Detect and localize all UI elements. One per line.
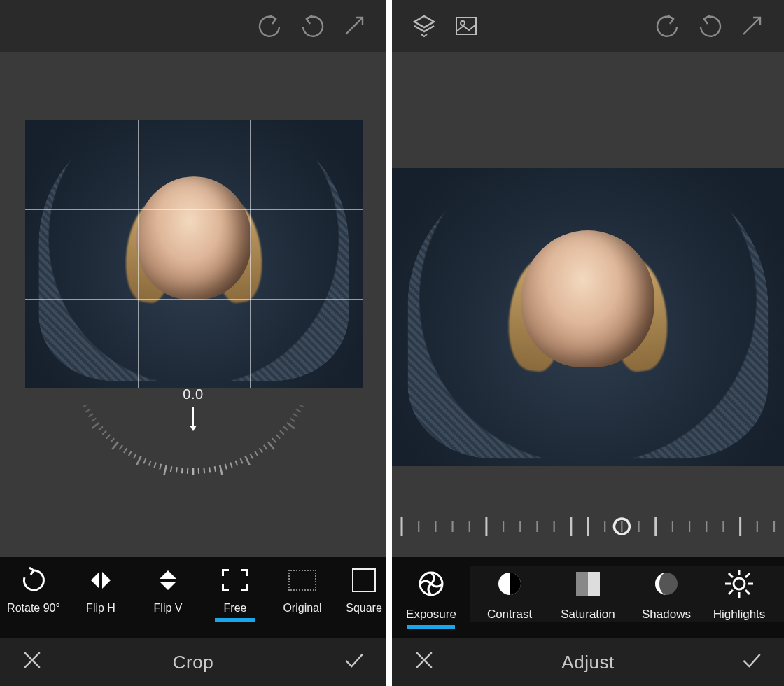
tool-label: Original bbox=[283, 602, 321, 615]
svg-line-10 bbox=[272, 438, 276, 442]
topbar-right bbox=[392, 0, 784, 52]
rotate-icon bbox=[19, 566, 48, 595]
tool-label: Highlights bbox=[713, 608, 766, 622]
svg-line-33 bbox=[154, 462, 155, 468]
contrast-icon bbox=[494, 568, 525, 599]
svg-line-29 bbox=[176, 467, 177, 472]
svg-rect-53 bbox=[456, 18, 476, 34]
flip-h-icon bbox=[86, 566, 115, 595]
svg-line-47 bbox=[92, 418, 97, 421]
tool-highlights[interactable]: Highlights bbox=[706, 566, 773, 622]
close-icon bbox=[412, 648, 437, 673]
adjust-toolrow: Exposure Contrast Saturation bbox=[392, 557, 784, 638]
svg-line-13 bbox=[260, 448, 262, 453]
adjust-screen: Exposure Contrast Saturation bbox=[392, 0, 784, 686]
svg-line-43 bbox=[106, 435, 111, 439]
tool-contrast[interactable]: Contrast bbox=[470, 566, 549, 622]
svg-line-34 bbox=[149, 461, 151, 465]
svg-line-18 bbox=[235, 461, 237, 465]
svg-line-37 bbox=[134, 454, 136, 458]
svg-line-89 bbox=[746, 573, 750, 578]
check-icon bbox=[342, 648, 367, 673]
svg-line-41 bbox=[112, 442, 118, 449]
svg-line-6 bbox=[287, 423, 295, 429]
crop-toolrow: Rotate 90° Flip H Flip V bbox=[0, 557, 386, 638]
undo-icon[interactable] bbox=[651, 9, 685, 43]
svg-line-4 bbox=[293, 414, 298, 416]
crop-photo[interactable] bbox=[25, 120, 363, 388]
svg-line-21 bbox=[220, 465, 222, 475]
crop-confirm-bar: Crop bbox=[0, 638, 386, 686]
svg-line-49 bbox=[85, 410, 90, 412]
portrait-image bbox=[392, 168, 784, 466]
original-aspect-icon bbox=[288, 566, 317, 595]
tool-label: Exposure bbox=[406, 608, 456, 622]
free-aspect-icon bbox=[220, 566, 250, 595]
svg-line-19 bbox=[230, 462, 232, 468]
highlights-icon bbox=[724, 568, 755, 599]
flip-v-icon bbox=[153, 566, 183, 595]
topbar-left bbox=[0, 0, 386, 52]
redo-icon[interactable] bbox=[295, 9, 329, 43]
tool-rotate90[interactable]: Rotate 90° bbox=[0, 566, 67, 615]
undo-icon[interactable] bbox=[253, 9, 287, 43]
shadows-icon bbox=[651, 568, 682, 599]
adjust-canvas[interactable] bbox=[392, 52, 784, 557]
expand-icon[interactable] bbox=[735, 9, 769, 43]
image-icon[interactable] bbox=[449, 9, 483, 43]
tool-exposure[interactable]: Exposure bbox=[392, 566, 470, 622]
tool-square[interactable]: Square bbox=[336, 566, 386, 615]
svg-line-48 bbox=[88, 414, 93, 416]
svg-line-22 bbox=[215, 466, 216, 472]
svg-line-8 bbox=[280, 430, 284, 434]
portrait-image bbox=[25, 120, 363, 388]
tool-flipv[interactable]: Flip V bbox=[134, 566, 202, 615]
rotation-value: 0.0 bbox=[67, 386, 319, 402]
layers-icon[interactable] bbox=[407, 9, 441, 43]
svg-line-17 bbox=[241, 458, 243, 463]
svg-line-20 bbox=[225, 464, 227, 470]
tool-free[interactable]: Free bbox=[202, 566, 269, 615]
tool-saturation[interactable]: Saturation bbox=[549, 566, 627, 622]
svg-line-5 bbox=[290, 418, 295, 421]
redo-icon[interactable] bbox=[693, 9, 727, 43]
exposure-icon bbox=[416, 568, 447, 599]
svg-line-24 bbox=[204, 468, 204, 473]
close-icon bbox=[20, 648, 45, 673]
svg-line-32 bbox=[160, 464, 161, 470]
svg-line-38 bbox=[129, 451, 132, 456]
tool-label: Rotate 90° bbox=[7, 602, 60, 615]
mode-title: Crop bbox=[45, 652, 342, 673]
svg-line-15 bbox=[250, 454, 253, 458]
expand-icon[interactable] bbox=[337, 9, 371, 43]
tool-original[interactable]: Original bbox=[269, 566, 336, 615]
tool-shadows[interactable]: Shadows bbox=[627, 566, 706, 622]
svg-line-36 bbox=[136, 456, 141, 465]
cancel-button[interactable] bbox=[20, 648, 45, 678]
svg-line-90 bbox=[729, 590, 733, 594]
tool-label: Saturation bbox=[561, 608, 615, 622]
confirm-button[interactable] bbox=[739, 648, 764, 678]
confirm-button[interactable] bbox=[342, 648, 367, 678]
crop-screen: 0.0 Rotate 90° Flip H bbox=[0, 0, 392, 686]
cancel-button[interactable] bbox=[412, 648, 437, 678]
adjust-confirm-bar: Adjust bbox=[392, 638, 784, 686]
dial-needle bbox=[192, 407, 194, 427]
svg-line-9 bbox=[276, 435, 281, 439]
svg-line-42 bbox=[111, 438, 114, 442]
adjust-slider[interactable] bbox=[392, 505, 784, 547]
tool-label: Flip H bbox=[86, 602, 115, 615]
svg-line-50 bbox=[83, 405, 88, 407]
svg-line-30 bbox=[171, 466, 172, 472]
svg-line-40 bbox=[119, 445, 122, 449]
svg-line-31 bbox=[164, 465, 167, 475]
svg-line-11 bbox=[268, 442, 274, 449]
svg-line-28 bbox=[182, 468, 183, 473]
tool-label: Shadows bbox=[642, 608, 691, 622]
crop-canvas[interactable]: 0.0 bbox=[0, 52, 386, 557]
svg-line-44 bbox=[102, 430, 106, 434]
tool-fliph[interactable]: Flip H bbox=[67, 566, 134, 615]
rotation-dial[interactable]: 0.0 bbox=[67, 386, 319, 475]
adjust-photo[interactable] bbox=[392, 168, 784, 466]
svg-line-16 bbox=[246, 456, 250, 465]
